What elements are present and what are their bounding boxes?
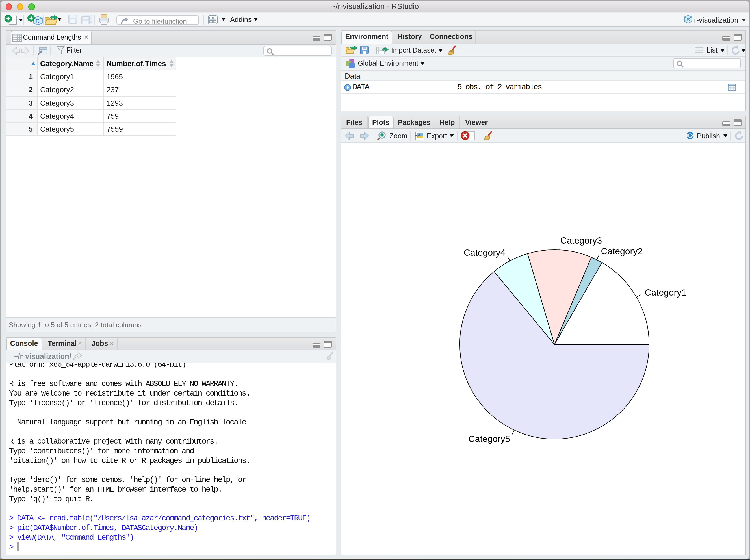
svg-text:Category1: Category1	[645, 287, 686, 298]
svg-text:R: R	[36, 18, 40, 24]
svg-text:Category5: Category5	[469, 434, 510, 444]
svg-text:R: R	[686, 17, 690, 22]
svg-text:Category4: Category4	[464, 247, 506, 258]
svg-text:Category2: Category2	[601, 246, 643, 256]
svg-text:Category3: Category3	[560, 235, 602, 245]
